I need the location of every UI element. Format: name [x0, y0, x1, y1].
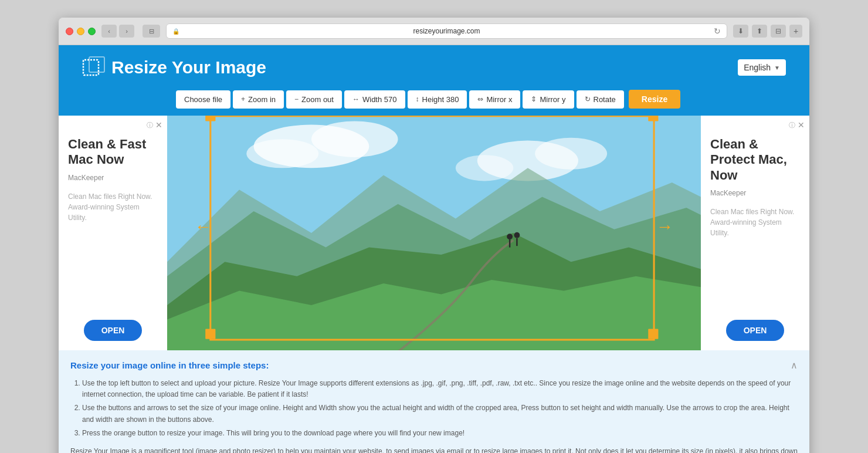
- step-3: Press the orange button to resize your i…: [82, 428, 798, 439]
- step-2: Use the buttons and arrows to set the si…: [82, 403, 798, 425]
- download-button[interactable]: ⬇: [733, 25, 748, 38]
- left-ad-info-icon[interactable]: ⓘ: [147, 121, 153, 130]
- width-button[interactable]: ↔ Width 570: [344, 90, 405, 109]
- browser-actions: ⬇ ⬆ ⊟ +: [733, 25, 802, 38]
- bottom-section: Resize your image online in three simple…: [59, 350, 809, 453]
- language-label: English: [744, 63, 771, 72]
- logo-icon: [82, 56, 106, 79]
- zoom-out-button[interactable]: − Zoom out: [286, 90, 342, 109]
- collapse-icon[interactable]: ∧: [791, 360, 798, 371]
- svg-point-8: [456, 155, 513, 181]
- svg-point-9: [507, 234, 513, 239]
- browser-titlebar: ‹ › ⊟ 🔒 resizeyourimage.com ↻ ⬇ ⬆ ⊟ +: [59, 18, 809, 45]
- right-ad-controls: ⓘ ✕: [789, 120, 805, 130]
- right-ad-body: Clean Mac files Right Now. Award-winning…: [710, 207, 800, 238]
- mirror-y-icon: ⇕: [531, 95, 537, 103]
- svg-point-5: [246, 139, 318, 168]
- main-layout: ⓘ ✕ Clean & Fast Mac Now MacKeeper Clean…: [59, 116, 809, 350]
- left-ad-open-button[interactable]: OPEN: [84, 320, 143, 341]
- choose-file-button[interactable]: Choose file: [176, 90, 230, 109]
- url-text: resizeyourimage.com: [183, 27, 710, 35]
- image-canvas: ↑ ← →: [167, 116, 701, 350]
- right-ad-open-button[interactable]: OPEN: [726, 320, 785, 341]
- steps-header: Resize your image online in three simple…: [70, 360, 798, 371]
- mirror-y-button[interactable]: ⇕ Mirror y: [523, 90, 574, 109]
- svg-point-7: [535, 138, 607, 170]
- right-ad-brand: MacKeeper: [710, 189, 800, 197]
- zoom-in-button[interactable]: + Zoom in: [233, 90, 284, 109]
- back-button[interactable]: ‹: [101, 25, 117, 38]
- left-ad-body: Clean Mac files Right Now. Award-winning…: [68, 191, 158, 223]
- left-ad-panel: ⓘ ✕ Clean & Fast Mac Now MacKeeper Clean…: [59, 116, 167, 350]
- close-button[interactable]: [66, 28, 73, 35]
- svg-point-10: [514, 232, 520, 238]
- site-header: Resize Your Image English ▼: [59, 45, 809, 90]
- width-icon: ↔: [352, 95, 360, 103]
- left-ad-title: Clean & Fast Mac Now: [68, 137, 158, 168]
- height-button[interactable]: ↕ Height 380: [408, 90, 467, 109]
- site-title: Resize Your Image: [111, 58, 266, 77]
- new-tab-button[interactable]: +: [789, 25, 802, 38]
- browser-window: ‹ › ⊟ 🔒 resizeyourimage.com ↻ ⬇ ⬆ ⊟ +: [59, 18, 809, 453]
- right-ad-panel: ⓘ ✕ Clean & Protect Mac, Now MacKeeper C…: [701, 116, 809, 350]
- footer-description: Resize Your Image is a magnificent tool …: [70, 446, 798, 453]
- site-logo: Resize Your Image: [82, 56, 266, 79]
- svg-point-4: [311, 121, 398, 157]
- rotate-button[interactable]: ↻ Rotate: [577, 90, 624, 109]
- site-wrapper: Resize Your Image English ▼ Choose file …: [59, 45, 809, 453]
- nav-buttons: ‹ ›: [101, 25, 134, 38]
- share-button[interactable]: ⬆: [752, 25, 767, 38]
- maximize-button[interactable]: [88, 28, 96, 35]
- steps-title: Resize your image online in three simple…: [70, 360, 269, 370]
- steps-list: Use the top left button to select and up…: [70, 378, 798, 439]
- mirror-x-button[interactable]: ⇔ Mirror x: [469, 90, 520, 109]
- right-ad-info-icon[interactable]: ⓘ: [789, 121, 795, 130]
- sidebar-button[interactable]: ⊟: [143, 25, 160, 38]
- toolbar: Choose file + Zoom in − Zoom out ↔ Width…: [59, 90, 809, 116]
- right-ad-title: Clean & Protect Mac, Now: [710, 137, 800, 183]
- chevron-down-icon: ▼: [774, 65, 780, 71]
- traffic-lights: [66, 28, 96, 35]
- minimize-button[interactable]: [77, 28, 84, 35]
- tab-overview-button[interactable]: ⊟: [771, 25, 786, 38]
- height-icon: ↕: [416, 95, 419, 103]
- lock-icon: 🔒: [172, 28, 179, 35]
- minus-icon: −: [294, 95, 299, 103]
- reload-icon[interactable]: ↻: [714, 26, 721, 36]
- language-selector[interactable]: English ▼: [738, 59, 786, 76]
- svg-rect-0: [83, 60, 99, 75]
- right-ad-close-icon[interactable]: ✕: [798, 120, 805, 130]
- rotate-icon: ↻: [585, 95, 591, 103]
- left-ad-brand: MacKeeper: [68, 174, 158, 182]
- forward-button[interactable]: ›: [119, 25, 134, 38]
- url-bar[interactable]: 🔒 resizeyourimage.com ↻: [166, 23, 727, 39]
- mirror-x-icon: ⇔: [477, 95, 483, 103]
- left-ad-controls: ⓘ ✕: [147, 120, 162, 130]
- left-ad-close-icon[interactable]: ✕: [155, 120, 162, 130]
- resize-button[interactable]: Resize: [629, 90, 680, 109]
- plus-icon: +: [241, 95, 245, 103]
- step-1: Use the top left button to select and up…: [82, 378, 798, 400]
